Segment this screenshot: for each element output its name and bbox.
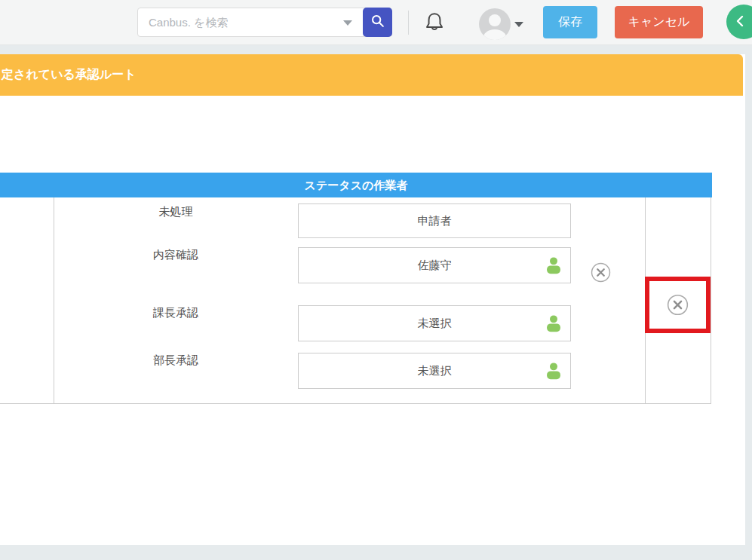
remove-worker-row2-button[interactable] [591,262,611,283]
table-header-status-workers: ステータスの作業者 [0,173,712,197]
worker-value-row4: 未選択 [418,364,452,378]
status-label-row4: 部長承認 [54,353,298,368]
person-icon[interactable] [544,256,563,275]
user-menu[interactable] [479,8,523,40]
approval-table-body: 未処理 申請者 内容確認 佐藤守 課長承認 未選択 [0,197,711,404]
worker-field-row2[interactable]: 佐藤守 [298,247,571,283]
approval-route-banner: 定されている承認ルート [0,54,743,96]
save-button[interactable]: 保存 [543,6,597,38]
top-toolbar: 保存 キャンセル [0,0,752,45]
worker-field-row4[interactable]: 未選択 [298,353,571,389]
person-icon[interactable] [544,361,563,381]
status-label-row3: 課長承認 [54,306,298,320]
collapse-panel-button[interactable] [726,5,752,39]
search-scope-dropdown-icon[interactable] [343,20,352,26]
content-panel: 定されている承認ルート ステータスの作業者 未処理 申請者 内容確認 佐藤守 [0,54,745,545]
worker-field-row1[interactable]: 申請者 [298,203,571,238]
status-label-row1: 未処理 [54,205,298,219]
worker-value-row2: 佐藤守 [418,259,452,273]
chevron-left-icon [735,15,744,29]
table-column-divider-left [54,197,54,403]
worker-value-row3: 未選択 [418,317,452,331]
worker-value-row1: 申請者 [418,214,452,228]
search-button[interactable] [363,8,392,37]
highlight-box [645,277,711,333]
notifications-button[interactable] [421,9,448,38]
search-icon [370,13,386,32]
delete-route-button[interactable] [667,294,689,316]
worker-field-row3[interactable]: 未選択 [298,305,571,341]
avatar [479,8,511,40]
person-icon[interactable] [544,314,563,333]
search-input[interactable] [137,8,392,37]
user-menu-dropdown-icon [514,22,523,27]
global-search [137,8,392,37]
banner-title: 定されている承認ルート [2,67,137,83]
bell-icon [422,26,447,38]
status-label-row2: 内容確認 [54,248,298,262]
toolbar-divider [408,11,409,35]
cancel-button[interactable]: キャンセル [615,6,703,38]
